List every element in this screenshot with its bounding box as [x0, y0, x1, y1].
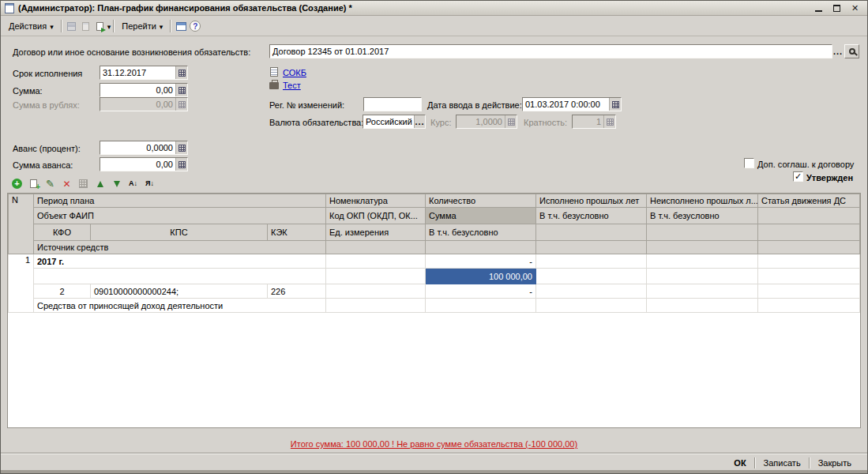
maximize-button[interactable] — [832, 3, 842, 13]
currency-select-button[interactable]: ... — [414, 115, 425, 128]
amount-rub-value: 0,00 — [100, 98, 175, 111]
calculator-icon — [607, 118, 614, 126]
table-cell[interactable] — [326, 254, 426, 269]
table-cell[interactable] — [426, 299, 536, 313]
add-row-button[interactable] — [10, 177, 24, 190]
restore-values-button[interactable] — [79, 19, 93, 33]
arrow-down-icon — [114, 181, 120, 187]
col-header-source[interactable]: Источник средств — [34, 241, 326, 254]
delete-row-button[interactable] — [60, 177, 73, 190]
col-header-faip[interactable]: Объект ФАИП — [34, 208, 326, 224]
calendar-icon — [178, 70, 186, 77]
table-cell[interactable] — [326, 269, 426, 284]
save-button[interactable]: Записать — [756, 457, 809, 469]
sort-desc-icon — [145, 180, 154, 187]
col-header-incl-uncond[interactable]: В т.ч. безусловно — [647, 208, 758, 224]
cell-quantity[interactable]: - — [426, 254, 536, 269]
currency-field[interactable]: Российский ... — [363, 115, 426, 129]
table-cell[interactable] — [758, 299, 860, 313]
col-header-kps[interactable]: КПС — [91, 224, 268, 241]
structure-button[interactable] — [174, 19, 188, 33]
cell-kps[interactable]: 09010000000000244; — [91, 284, 268, 299]
table-cell[interactable] — [647, 284, 758, 299]
fill-button[interactable] — [93, 19, 107, 33]
cell-source[interactable]: Средства от приносящей доход деятельност… — [34, 299, 326, 313]
table-cell[interactable] — [536, 269, 647, 284]
advance-percent-field[interactable]: 0,0000 — [100, 141, 188, 155]
table-cell[interactable] — [536, 299, 647, 313]
sokb-link[interactable]: СОКБ — [283, 68, 306, 77]
table-cell[interactable] — [758, 254, 860, 269]
actions-button[interactable]: Действия — [4, 19, 58, 33]
copy-row-button[interactable] — [27, 177, 40, 190]
sheet-arrow-icon — [96, 22, 103, 31]
col-header-unit[interactable]: Ед. измерения — [326, 224, 426, 241]
addendum-checkbox[interactable] — [744, 158, 754, 168]
reg-number-field[interactable] — [363, 97, 422, 111]
amount-field[interactable]: 0,00 — [100, 83, 188, 97]
multiplicity-field: 1 — [572, 115, 616, 129]
col-header-period[interactable]: Период плана — [34, 194, 326, 208]
amount-calc-button[interactable] — [175, 84, 187, 96]
col-header-kfo[interactable]: КФО — [34, 224, 91, 241]
add-icon — [12, 179, 22, 189]
table-cell[interactable] — [647, 254, 758, 269]
cell-period[interactable]: 2017 г. — [34, 254, 326, 269]
move-down-button[interactable] — [110, 177, 123, 190]
approved-checkbox[interactable] — [793, 171, 803, 182]
col-header-dds[interactable]: Статья движения ДС — [758, 194, 860, 208]
cell-row-number[interactable]: 1 — [9, 254, 34, 313]
effective-date-calendar-button[interactable] — [609, 98, 621, 111]
advance-amount-field[interactable]: 0,00 — [100, 157, 188, 171]
calculator-icon — [178, 161, 186, 168]
contract-value: Договор 12345 от 01.01.2017 — [270, 45, 832, 58]
col-header-unexecuted[interactable]: Неисполнено прошлых л... — [647, 194, 758, 208]
sort-asc-button[interactable] — [126, 177, 140, 190]
col-header-quantity[interactable]: Количество — [426, 194, 536, 208]
table-cell[interactable] — [326, 299, 426, 313]
col-header-kek[interactable]: КЭК — [268, 224, 326, 241]
close-button[interactable] — [850, 3, 860, 13]
col-header-n[interactable]: N — [9, 194, 34, 254]
cell-kfo[interactable]: 2 — [34, 284, 91, 299]
effective-date-field[interactable]: 01.03.2017 0:00:00 — [522, 97, 622, 111]
contract-ellipsis-button[interactable]: ... — [832, 45, 844, 58]
table-cell[interactable] — [647, 299, 758, 313]
advance-percent-calc-button[interactable] — [175, 141, 187, 154]
col-header-incl-uncond[interactable]: В т.ч. безусловно — [536, 208, 647, 224]
deadline-calendar-button[interactable] — [175, 66, 187, 79]
help-button[interactable] — [188, 19, 202, 33]
edit-row-button[interactable] — [43, 177, 57, 190]
close-button-footer[interactable]: Закрыть — [810, 457, 859, 469]
goto-button[interactable]: Перейти — [117, 19, 167, 33]
contract-search-button[interactable] — [844, 44, 859, 58]
ok-button[interactable]: ОК — [726, 457, 753, 469]
sort-desc-button[interactable] — [143, 177, 156, 190]
cell-kek[interactable]: 226 — [268, 284, 326, 299]
table-cell[interactable] — [326, 284, 426, 299]
cell-sum-selected[interactable]: 100 000,00 — [426, 269, 536, 284]
col-header-sum[interactable]: Сумма — [426, 208, 536, 224]
table-cell[interactable] — [758, 284, 860, 299]
cell-uncond[interactable]: - — [426, 284, 536, 299]
deadline-field[interactable]: 31.12.2017 — [100, 66, 188, 80]
test-link[interactable]: Тест — [283, 81, 301, 90]
table-cell[interactable] — [34, 269, 326, 284]
table-cell[interactable] — [647, 269, 758, 284]
fill-dropdown-icon[interactable] — [107, 21, 111, 31]
table-cell[interactable] — [758, 269, 860, 284]
contract-field[interactable]: Договор 12345 от 01.01.2017 — [269, 44, 832, 58]
col-header-executed[interactable]: Исполнено прошлых лет — [536, 194, 647, 208]
save-values-button[interactable] — [65, 19, 79, 33]
minimize-button[interactable] — [814, 3, 824, 13]
end-edit-button[interactable] — [77, 177, 90, 190]
move-up-button[interactable] — [93, 177, 107, 190]
table-cell[interactable] — [536, 284, 647, 299]
advance-amount-calc-button[interactable] — [175, 158, 187, 171]
rate-label: Курс: — [430, 118, 451, 127]
col-header-incl-uncond[interactable]: В т.ч. безусловно — [426, 224, 536, 241]
currency-value: Российский — [363, 115, 414, 128]
col-header-okp[interactable]: Код ОКП (ОКДП, ОК... — [326, 208, 426, 224]
table-cell[interactable] — [536, 254, 647, 269]
col-header-nomenclature[interactable]: Номенклатура — [326, 194, 426, 208]
